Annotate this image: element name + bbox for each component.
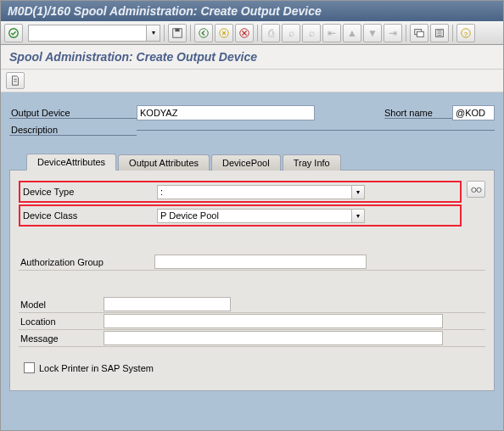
svg-rect-7 <box>417 31 423 36</box>
lock-printer-label: Lock Printer in SAP System <box>39 363 154 373</box>
find-icon: ⌕ <box>288 27 294 39</box>
tab-output-attributes[interactable]: Output Attributes <box>118 154 210 171</box>
back-button[interactable] <box>194 24 213 42</box>
next-page-icon: ▼ <box>367 27 378 39</box>
exit-button[interactable] <box>215 24 233 42</box>
tabpanel-device-attributes: Device Type ▾ Device Class ▾ <box>9 171 495 391</box>
device-type-field[interactable] <box>157 185 352 199</box>
tab-tray-info[interactable]: Tray Info <box>283 154 341 171</box>
highlight-device-type: Device Type ▾ <box>19 181 462 203</box>
svg-point-11 <box>472 188 476 192</box>
tabstrip: DeviceAttributes Output Attributes Devic… <box>9 152 495 171</box>
print-button: ⎙ <box>261 24 280 42</box>
lock-printer-checkbox[interactable] <box>24 362 35 373</box>
model-label: Model <box>19 299 104 310</box>
toolbar-separator <box>406 25 406 42</box>
device-type-label: Device Type <box>21 187 157 197</box>
cancel-button[interactable] <box>235 24 254 42</box>
toolbar-separator <box>164 25 165 42</box>
output-device-field[interactable] <box>137 105 315 120</box>
new-session-button[interactable] <box>410 24 428 42</box>
glasses-icon <box>470 183 482 195</box>
last-page-icon: ⇥ <box>389 27 397 39</box>
header-fields: Output Device Short name Description <box>9 104 495 138</box>
shortcut-icon <box>434 27 445 39</box>
lock-printer-row: Lock Printer in SAP System <box>24 362 485 373</box>
next-page-button: ▼ <box>363 24 382 42</box>
command-field-wrap: ▾ <box>28 25 160 42</box>
page-title-text: Spool Administration: Create Output Devi… <box>9 50 257 64</box>
highlight-device-class: Device Class ▾ <box>19 204 462 227</box>
short-name-label: Short name <box>384 108 452 119</box>
auth-group-label: Authorization Group <box>19 257 154 267</box>
location-label: Location <box>19 316 104 327</box>
device-type-dropdown-icon[interactable]: ▾ <box>352 185 365 199</box>
message-field[interactable] <box>104 331 443 345</box>
svg-rect-2 <box>175 28 179 31</box>
svg-point-12 <box>477 188 481 192</box>
sub-toolbar <box>1 70 503 92</box>
info-button[interactable] <box>467 181 485 198</box>
first-page-button: ⇤ <box>322 24 341 42</box>
find-button: ⌕ <box>282 24 300 42</box>
help-button[interactable]: ? <box>456 24 475 42</box>
toolbar-separator <box>257 25 258 42</box>
output-device-label: Output Device <box>9 108 137 119</box>
command-dropdown-icon[interactable]: ▾ <box>147 25 160 42</box>
cancel-icon <box>238 27 250 39</box>
new-session-icon <box>413 27 425 39</box>
tab-device-pool[interactable]: DevicePool <box>211 154 281 171</box>
device-class-label: Device Class <box>21 210 157 221</box>
print-icon: ⎙ <box>268 27 274 39</box>
first-page-icon: ⇤ <box>328 27 336 39</box>
svg-text:?: ? <box>464 30 468 37</box>
model-field[interactable] <box>104 297 231 311</box>
short-name-field[interactable] <box>452 105 495 120</box>
display-button[interactable] <box>6 72 25 89</box>
message-label: Message <box>19 333 104 344</box>
page-title: Spool Administration: Create Output Devi… <box>1 45 503 70</box>
help-icon: ? <box>460 27 472 39</box>
toolbar-separator <box>190 25 191 42</box>
save-button[interactable] <box>168 24 187 42</box>
save-icon <box>171 27 183 39</box>
enter-button[interactable] <box>4 24 23 42</box>
shortcut-button[interactable] <box>430 24 449 42</box>
window-title: M0D(1)/160 Spool Administration: Create … <box>8 4 322 18</box>
description-value <box>137 130 495 131</box>
tab-device-attributes[interactable]: DeviceAttributes <box>26 154 116 171</box>
app-toolbar: ▾ ⎙ ⌕ ⌕ ⇤ ▲ ▼ ⇥ ? <box>1 21 503 45</box>
find-next-icon: ⌕ <box>309 27 315 39</box>
svg-point-3 <box>199 28 209 37</box>
command-field[interactable] <box>28 25 147 42</box>
check-icon <box>8 27 20 39</box>
content-area: Output Device Short name Description Dev… <box>1 92 503 431</box>
exit-icon <box>218 27 230 39</box>
find-next-button: ⌕ <box>302 24 321 42</box>
back-icon <box>198 27 210 39</box>
location-field[interactable] <box>104 314 443 328</box>
prev-page-icon: ▲ <box>347 27 357 39</box>
prev-page-button: ▲ <box>343 24 361 42</box>
device-class-field[interactable] <box>157 209 352 223</box>
last-page-button: ⇥ <box>384 24 402 42</box>
auth-group-field[interactable] <box>154 255 367 269</box>
window-titlebar: M0D(1)/160 Spool Administration: Create … <box>1 1 503 21</box>
device-class-dropdown-icon[interactable]: ▾ <box>352 209 365 223</box>
document-icon <box>9 75 21 87</box>
description-label: Description <box>9 125 137 136</box>
toolbar-separator <box>452 25 453 42</box>
